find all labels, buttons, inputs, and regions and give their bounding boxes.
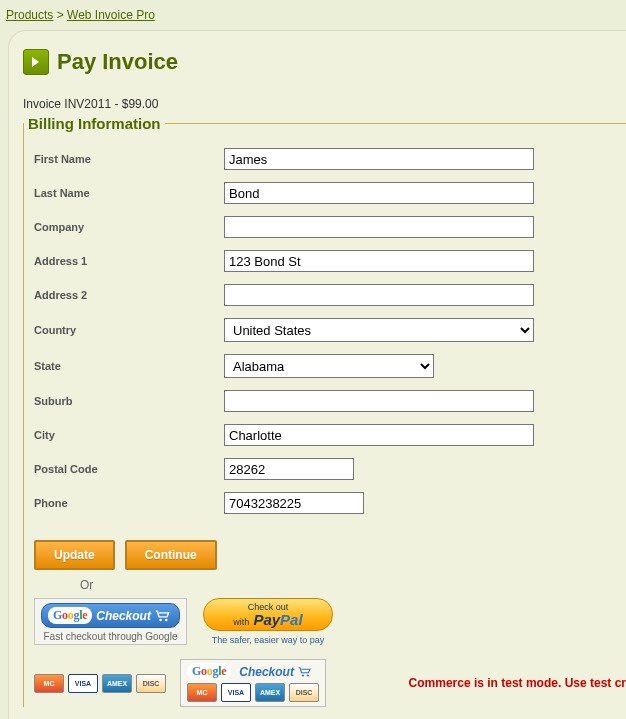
address2-input[interactable] — [224, 284, 534, 306]
phone-input[interactable] — [224, 492, 364, 514]
paypal-with-text: with — [233, 617, 249, 627]
svg-point-3 — [307, 674, 309, 676]
continue-button[interactable]: Continue — [125, 540, 217, 570]
label-first-name: First Name — [34, 153, 224, 165]
country-select[interactable]: United States — [224, 318, 534, 342]
card-icons-strip: MC VISA AMEX DISC — [34, 674, 166, 693]
test-mode-notice: Commerce is in test mode. Use test cr — [409, 676, 626, 690]
page-title: Pay Invoice — [57, 49, 178, 75]
update-button[interactable]: Update — [34, 540, 115, 570]
label-suburb: Suburb — [34, 395, 224, 407]
mastercard-icon: MC — [34, 674, 64, 693]
amex-icon: AMEX — [255, 683, 285, 702]
city-input[interactable] — [224, 424, 534, 446]
paypal-tagline: The safer, easier way to pay — [203, 635, 333, 645]
label-city: City — [34, 429, 224, 441]
google-box2-label: Checkout — [239, 665, 294, 679]
google-checkout-cards-box[interactable]: Google Checkout MC VISA AMEX DISC — [180, 659, 326, 707]
svg-point-0 — [159, 618, 162, 621]
paypal-brand-pal: Pal — [280, 611, 303, 628]
google-logo-icon: Google — [187, 663, 231, 680]
label-postal: Postal Code — [34, 463, 224, 475]
label-company: Company — [34, 221, 224, 233]
google-checkout-label: Checkout — [96, 609, 151, 623]
breadcrumb-current-link[interactable]: Web Invoice Pro — [67, 8, 155, 22]
amex-icon: AMEX — [102, 674, 132, 693]
discover-icon: DISC — [289, 683, 319, 702]
first-name-input[interactable] — [224, 148, 534, 170]
visa-icon: VISA — [68, 674, 98, 693]
google-logo-icon: Google — [48, 607, 92, 624]
label-country: Country — [34, 324, 224, 336]
address1-input[interactable] — [224, 250, 534, 272]
google-checkout-tagline: Fast checkout through Google — [41, 631, 180, 642]
fieldset-legend: Billing Information — [24, 115, 165, 132]
last-name-input[interactable] — [224, 182, 534, 204]
discover-icon: DISC — [136, 674, 166, 693]
breadcrumb-separator: > — [57, 8, 64, 22]
or-label: Or — [24, 578, 626, 592]
mastercard-icon: MC — [187, 683, 217, 702]
postal-input[interactable] — [224, 458, 354, 480]
google-checkout-block: Google Checkout Fast checkout through Go… — [34, 598, 187, 645]
svg-point-2 — [302, 674, 304, 676]
label-address1: Address 1 — [34, 255, 224, 267]
main-panel: Pay Invoice Invoice INV2011 - $99.00 Bil… — [8, 30, 626, 719]
company-input[interactable] — [224, 216, 534, 238]
google-checkout-button[interactable]: Google Checkout — [41, 603, 180, 628]
visa-icon: VISA — [221, 683, 251, 702]
paypal-brand-pay: Pay — [253, 611, 280, 628]
billing-fieldset: Billing Information First Name Last Name… — [23, 115, 626, 707]
paypal-block: Check out with PayPal The safer, easier … — [203, 598, 333, 645]
breadcrumb-products-link[interactable]: Products — [6, 8, 53, 22]
invoice-summary: Invoice INV2011 - $99.00 — [23, 97, 626, 111]
label-state: State — [34, 360, 224, 372]
paypal-checkout-button[interactable]: Check out with PayPal — [203, 598, 333, 631]
label-phone: Phone — [34, 497, 224, 509]
label-last-name: Last Name — [34, 187, 224, 199]
label-address2: Address 2 — [34, 289, 224, 301]
svg-point-1 — [165, 618, 168, 621]
suburb-input[interactable] — [224, 390, 534, 412]
cart-icon — [298, 667, 312, 677]
state-select[interactable]: Alabama — [224, 354, 434, 378]
breadcrumb: Products > Web Invoice Pro — [0, 0, 626, 30]
cart-icon — [155, 610, 171, 622]
arrow-right-icon — [23, 49, 49, 75]
